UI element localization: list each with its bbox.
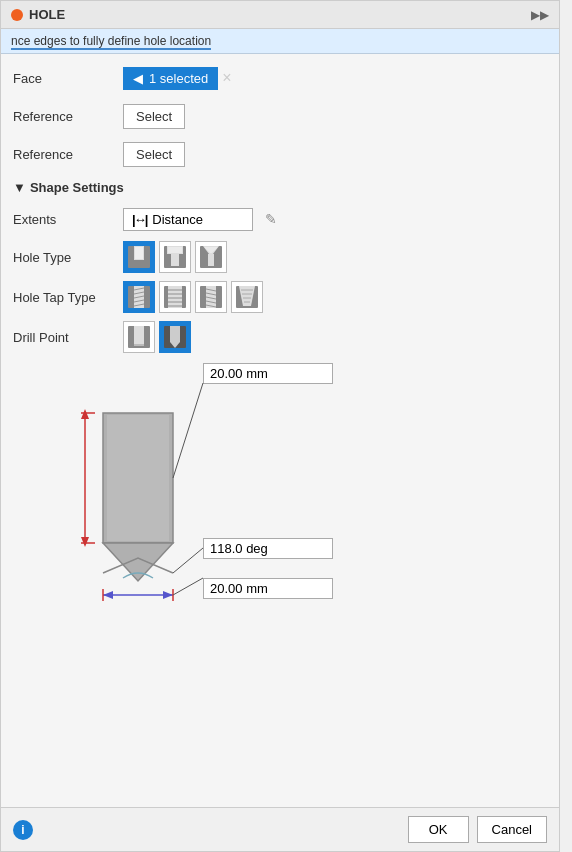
svg-rect-42 [170,326,180,342]
svg-marker-48 [81,409,89,419]
drill-point-row: Drill Point [13,321,547,353]
angle-input[interactable] [203,538,333,559]
panel-title: HOLE [29,7,65,22]
reference1-select-button[interactable]: Select [123,104,185,129]
cancel-button[interactable]: Cancel [477,816,547,843]
info-icon[interactable]: i [13,820,33,840]
hole-diagram [13,363,313,613]
drill-flat-button[interactable] [123,321,155,353]
collapse-icon[interactable]: ▶▶ [531,8,549,22]
cursor-icon: ◀ [133,71,143,86]
drill-pointed-button[interactable] [159,321,191,353]
face-clear-button[interactable]: × [222,70,231,86]
svg-rect-9 [208,254,214,266]
tap-type-3-button[interactable] [195,281,227,313]
face-label: Face [13,71,123,86]
diagram-area [13,363,547,613]
reference2-label: Reference [13,147,123,162]
drill-point-icons [123,321,191,353]
svg-marker-55 [103,591,113,599]
tap-type-2-button[interactable] [159,281,191,313]
hole-dot-icon [11,9,23,21]
extents-value: Distance [152,212,203,227]
svg-marker-56 [163,591,173,599]
hole-type-row: Hole Type [13,241,547,273]
shape-settings-title: Shape Settings [30,180,124,195]
hint-text: nce edges to fully define hole location [11,34,211,50]
extents-row: Extents |↔| Distance ✎ [13,203,547,235]
face-selected-badge[interactable]: ◀ 1 selected [123,67,218,90]
edit-icon[interactable]: ✎ [265,211,277,227]
reference2-select-button[interactable]: Select [123,142,185,167]
extents-dropdown[interactable]: |↔| Distance [123,208,253,231]
extents-label: Extents [13,212,123,227]
hole-tap-type-icons [123,281,263,313]
svg-rect-6 [168,247,182,253]
panel-header: HOLE ▶▶ [1,1,559,29]
header-left: HOLE [11,7,65,22]
footer-buttons: OK Cancel [408,816,547,843]
section-arrow-icon: ▼ [13,180,26,195]
tap-type-4-button[interactable] [231,281,263,313]
width-input[interactable] [203,578,333,599]
hole-type-label: Hole Type [13,250,123,265]
reference2-row: Reference Select [13,138,547,170]
hint-bar: nce edges to fully define hole location [1,29,559,54]
ok-button[interactable]: OK [408,816,469,843]
svg-marker-49 [81,537,89,547]
hole-type-counterbore-button[interactable] [159,241,191,273]
distance-icon: |↔| [132,212,146,227]
svg-line-59 [173,578,203,595]
selected-count-text: 1 selected [149,71,208,86]
tap-type-1-button[interactable] [123,281,155,313]
svg-rect-39 [134,326,144,346]
hole-tap-type-row: Hole Tap Type [13,281,547,313]
panel-body: Face ◀ 1 selected × Reference Select Ref… [1,54,559,807]
hole-tap-type-label: Hole Tap Type [13,290,123,305]
hole-type-countersink-button[interactable] [195,241,227,273]
svg-line-52 [173,383,203,478]
svg-rect-2 [135,247,143,259]
hole-type-simple-button[interactable] [123,241,155,273]
reference1-label: Reference [13,109,123,124]
svg-rect-46 [107,415,169,541]
svg-rect-40 [134,344,144,346]
svg-marker-45 [103,543,173,581]
drill-point-label: Drill Point [13,330,123,345]
svg-line-53 [173,548,203,573]
panel-footer: i OK Cancel [1,807,559,851]
reference1-row: Reference Select [13,100,547,132]
hole-type-icons [123,241,227,273]
shape-settings-header: ▼ Shape Settings [13,180,547,195]
svg-rect-5 [171,254,179,266]
hole-panel: HOLE ▶▶ nce edges to fully define hole l… [0,0,560,852]
face-row: Face ◀ 1 selected × [13,62,547,94]
